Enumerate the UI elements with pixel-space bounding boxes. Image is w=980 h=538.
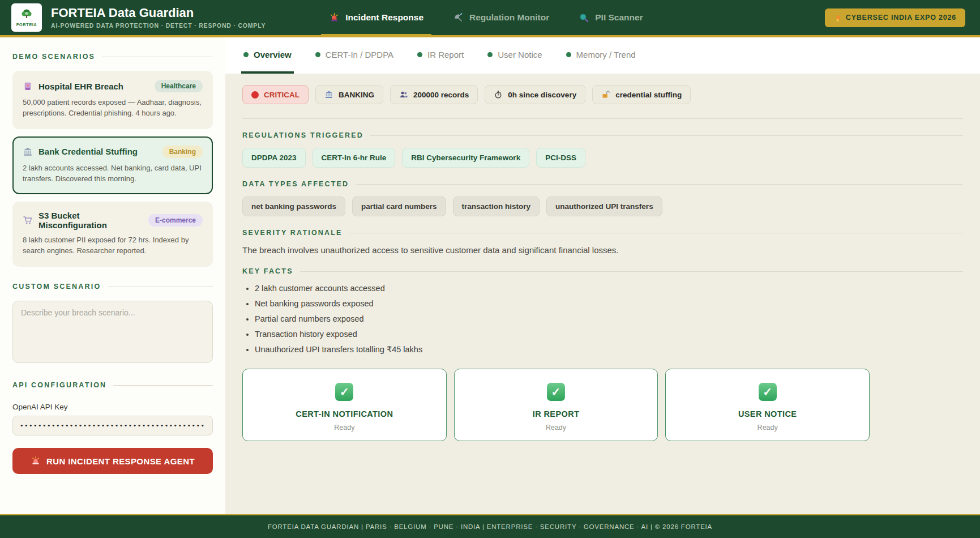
app-subtitle: AI-POWERED DATA PROTECTION · DETECT · RE… bbox=[51, 22, 266, 29]
tab-memory-trend[interactable]: Memory / Trend bbox=[564, 37, 638, 74]
footer-text: FORTEIA DATA GUARDIAN | PARIS · BELGIUM … bbox=[268, 523, 712, 530]
expo-badge[interactable]: CYBERSEC INDIA EXPO 2026 bbox=[825, 8, 965, 27]
scenario-tag: E-commerce bbox=[148, 214, 203, 227]
section-divider bbox=[242, 118, 963, 119]
data-type-chip: partial card numbers bbox=[352, 197, 446, 216]
deliverable-cert-in-notification: ✓ CERT-IN NOTIFICATION Ready bbox=[242, 369, 447, 441]
tab-dot-icon bbox=[243, 52, 249, 57]
attack-type-badge: credential stuffing bbox=[592, 85, 691, 104]
nav-label: Regulation Monitor bbox=[469, 12, 549, 23]
unlock-icon bbox=[601, 90, 610, 99]
scenario-card-head: Bank Credential Stuffing Banking bbox=[23, 146, 203, 158]
scenario-title: S3 Bucket Misconfiguration bbox=[38, 211, 143, 230]
api-configuration-heading: API CONFIGURATION bbox=[12, 381, 213, 389]
deliverable-status: Ready bbox=[249, 424, 440, 432]
tab-cert-in-dpdpa[interactable]: CERT-In / DPDPA bbox=[313, 37, 396, 74]
scenario-title: Bank Credential Stuffing bbox=[38, 147, 138, 156]
scenario-card-hospital[interactable]: Hospital EHR Breach Healthcare 50,000 pa… bbox=[12, 71, 213, 129]
custom-scenario-heading: CUSTOM SCENARIO bbox=[12, 283, 213, 291]
badge-label: BANKING bbox=[339, 91, 374, 99]
main-nav: Incident Response Regulation Monitor bbox=[329, 0, 643, 35]
deliverable-title: IR REPORT bbox=[460, 409, 652, 419]
deliverables-grid: ✓ CERT-IN NOTIFICATION Ready ✓ IR REPORT… bbox=[242, 369, 870, 441]
sector-badge: BANKING bbox=[315, 85, 383, 104]
siren-icon bbox=[31, 456, 41, 466]
tab-dot-icon bbox=[487, 52, 493, 57]
tab-overview[interactable]: Overview bbox=[241, 37, 294, 74]
regulations-heading: REGULATIONS TRIGGERED bbox=[242, 131, 963, 139]
scenario-tag: Healthcare bbox=[155, 80, 203, 92]
tab-label: Memory / Trend bbox=[576, 50, 636, 59]
app-footer: FORTEIA DATA GUARDIAN | PARIS · BELGIUM … bbox=[0, 514, 980, 538]
badge-label: 0h since discovery bbox=[508, 91, 576, 99]
severity-rationale-text: The breach involves unauthorized access … bbox=[242, 245, 963, 255]
scenario-card-bank[interactable]: Bank Credential Stuffing Banking 2 lakh … bbox=[12, 136, 213, 195]
data-types-chip-row: net banking passwords partial card numbe… bbox=[242, 197, 963, 216]
deliverable-title: USER NOTICE bbox=[671, 409, 863, 419]
magnifier-icon bbox=[579, 12, 589, 23]
app-title: FORTEIA Data Guardian bbox=[51, 6, 266, 20]
expo-badge-label: CYBERSEC INDIA EXPO 2026 bbox=[846, 14, 956, 22]
scenario-card-head: Hospital EHR Breach Healthcare bbox=[23, 80, 203, 92]
key-fact-item: Partial card numbers exposed bbox=[255, 314, 963, 323]
key-fact-item: Net banking passwords exposed bbox=[255, 299, 963, 308]
run-incident-response-button[interactable]: RUN INCIDENT RESPONSE AGENT bbox=[12, 448, 213, 474]
hospital-icon bbox=[23, 81, 33, 91]
key-facts-heading: KEY FACTS bbox=[242, 267, 963, 275]
badge-label: 200000 records bbox=[413, 91, 469, 99]
forteia-logo: FORTEIA bbox=[11, 3, 42, 32]
scenario-title: Hospital EHR Breach bbox=[38, 82, 123, 91]
overview-content: CRITICAL BANKING bbox=[225, 74, 980, 514]
tab-label: IR Report bbox=[427, 50, 464, 59]
regulation-chip: RBI Cybersecurity Framework bbox=[402, 148, 529, 168]
satellite-icon bbox=[453, 12, 464, 23]
cart-icon bbox=[23, 215, 33, 225]
deliverable-status: Ready bbox=[460, 424, 652, 432]
custom-scenario-input[interactable] bbox=[12, 301, 213, 363]
tab-label: Overview bbox=[254, 50, 292, 59]
discovery-time-badge: 0h since discovery bbox=[485, 85, 585, 104]
api-key-input[interactable] bbox=[12, 416, 213, 435]
data-type-chip: net banking passwords bbox=[242, 197, 345, 216]
scenario-description: 2 lakh accounts accessed. Net banking, c… bbox=[23, 163, 203, 185]
nav-regulation-monitor[interactable]: Regulation Monitor bbox=[453, 0, 549, 35]
check-icon: ✓ bbox=[547, 383, 565, 401]
check-icon: ✓ bbox=[335, 383, 353, 401]
nav-incident-response[interactable]: Incident Response bbox=[329, 0, 423, 35]
key-fact-item: Unauthorized UPI transfers totalling ₹45… bbox=[255, 345, 963, 354]
data-types-heading: DATA TYPES AFFECTED bbox=[242, 180, 963, 188]
regulations-chip-row: DPDPA 2023 CERT-In 6-hr Rule RBI Cyberse… bbox=[242, 148, 963, 168]
page-body: DEMO SCENARIOS Hospital EHR Breach Healt… bbox=[0, 37, 980, 514]
deliverable-status: Ready bbox=[671, 424, 863, 432]
bank-icon bbox=[324, 90, 333, 99]
stopwatch-icon bbox=[494, 90, 503, 99]
regulation-chip: CERT-In 6-hr Rule bbox=[313, 148, 396, 168]
tab-dot-icon bbox=[566, 52, 571, 57]
badge-label: CRITICAL bbox=[264, 91, 299, 99]
siren-icon bbox=[329, 12, 340, 23]
api-key-label: OpenAI API Key bbox=[12, 403, 213, 411]
regulation-chip: DPDPA 2023 bbox=[242, 148, 306, 168]
records-badge: 200000 records bbox=[390, 85, 478, 104]
scenario-card-s3[interactable]: S3 Bucket Misconfiguration E-commerce 8 … bbox=[12, 202, 213, 267]
tab-dot-icon bbox=[315, 52, 320, 57]
severity-badge: CRITICAL bbox=[242, 85, 309, 104]
tab-ir-report[interactable]: IR Report bbox=[415, 37, 466, 74]
sidebar: DEMO SCENARIOS Hospital EHR Breach Healt… bbox=[0, 37, 225, 514]
title-block: FORTEIA Data Guardian AI-POWERED DATA PR… bbox=[51, 6, 266, 29]
logo-wordmark: FORTEIA bbox=[16, 22, 37, 27]
scenario-tag: Banking bbox=[162, 146, 203, 158]
nav-pii-scanner[interactable]: PII Scanner bbox=[579, 0, 643, 35]
deliverable-user-notice: ✓ USER NOTICE Ready bbox=[665, 369, 870, 441]
key-fact-item: 2 lakh customer accounts accessed bbox=[255, 284, 963, 293]
scenario-description: 8 lakh customer PII exposed for 72 hrs. … bbox=[23, 235, 203, 257]
data-type-chip: unauthorized UPI transfers bbox=[546, 197, 662, 216]
demo-scenarios-heading: DEMO SCENARIOS bbox=[12, 53, 213, 61]
tab-label: CERT-In / DPDPA bbox=[326, 50, 393, 59]
data-type-chip: transaction history bbox=[453, 197, 540, 216]
regulation-chip: PCI-DSS bbox=[536, 148, 585, 168]
incident-badge-row: CRITICAL BANKING bbox=[242, 85, 963, 104]
tab-dot-icon bbox=[417, 52, 422, 57]
tab-user-notice[interactable]: User Notice bbox=[485, 37, 544, 74]
bank-icon bbox=[23, 147, 33, 157]
